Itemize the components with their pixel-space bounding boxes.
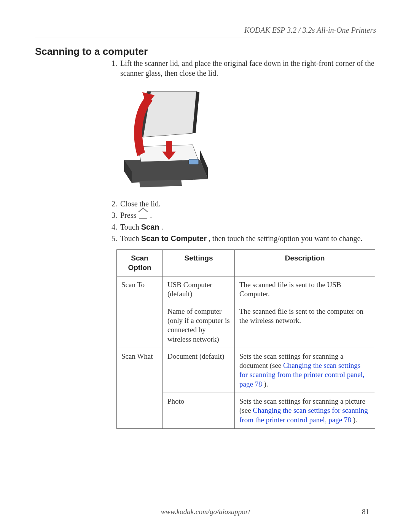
table-row: Scan What Document (default) Sets the sc…: [117, 348, 375, 393]
section-title: Scanning to a computer: [35, 46, 376, 58]
footer-url: www.kodak.com/go/aiosupport: [0, 508, 411, 516]
cell-document-desc: Sets the scan settings for scanning a do…: [235, 348, 375, 393]
step-5-bold: Scan to Computer: [141, 234, 207, 243]
svg-rect-0: [189, 159, 199, 165]
step-4-number: 4.: [107, 222, 117, 232]
step-5: 5. Touch Scan to Computer , then touch t…: [107, 233, 376, 243]
step-1: 1. Lift the scanner lid, and place the o…: [107, 58, 376, 78]
step-1-text: Lift the scanner lid, and place the orig…: [120, 58, 376, 78]
printer-illustration: [116, 84, 215, 194]
cell-usb-computer: USB Computer (default): [163, 276, 235, 303]
r3c3-b: ).: [264, 380, 268, 388]
col-settings: Settings: [163, 250, 235, 276]
link-scan-settings-photo[interactable]: Changing the scan settings for scanning …: [239, 406, 368, 423]
step-4-text-a: Touch: [120, 223, 141, 231]
step-3-number: 3.: [107, 210, 117, 220]
cell-wireless-desc: The scanned file is sent to the computer…: [235, 303, 375, 348]
step-5-text: Touch Scan to Computer , then touch the …: [120, 233, 376, 243]
cell-scan-what: Scan What: [117, 348, 163, 428]
cell-usb-desc: The scanned file is sent to the USB Comp…: [235, 276, 375, 303]
step-2-number: 2.: [107, 199, 117, 209]
cell-photo: Photo: [163, 393, 235, 429]
header-rule: [35, 37, 376, 37]
step-4-bold: Scan: [141, 223, 159, 231]
step-3-text-a: Press: [120, 211, 138, 219]
options-table: Scan Option Settings Description Scan To…: [116, 249, 375, 429]
r4c3-b: ).: [353, 416, 357, 424]
step-5-text-a: Touch: [120, 234, 141, 243]
step-5-number: 5.: [107, 233, 117, 243]
cell-name-of-computer: Name of computer (only if a computer is …: [163, 303, 235, 348]
step-2-text: Close the lid.: [120, 199, 376, 209]
body-block: 1. Lift the scanner lid, and place the o…: [107, 58, 376, 429]
table-row: Scan To USB Computer (default) The scann…: [117, 276, 375, 303]
step-4-text-c: .: [161, 223, 163, 231]
step-3: 3. Press .: [107, 210, 376, 220]
step-5-text-c: , then touch the setting/option you want…: [209, 234, 362, 243]
step-1-number: 1.: [107, 58, 117, 78]
home-icon: [139, 212, 147, 219]
col-scan-option: Scan Option: [117, 250, 163, 276]
col-description: Description: [235, 250, 375, 276]
page-number: 81: [362, 508, 369, 516]
step-3-text-b: .: [150, 211, 152, 219]
running-head: KODAK ESP 3.2 / 3.2s All-in-One Printers: [35, 26, 376, 35]
cell-document: Document (default): [163, 348, 235, 393]
cell-scan-to: Scan To: [117, 276, 163, 348]
step-3-text: Press .: [120, 210, 376, 220]
cell-photo-desc: Sets the scan settings for scanning a pi…: [235, 393, 375, 429]
step-4-text: Touch Scan .: [120, 222, 376, 232]
step-4: 4. Touch Scan .: [107, 222, 376, 232]
